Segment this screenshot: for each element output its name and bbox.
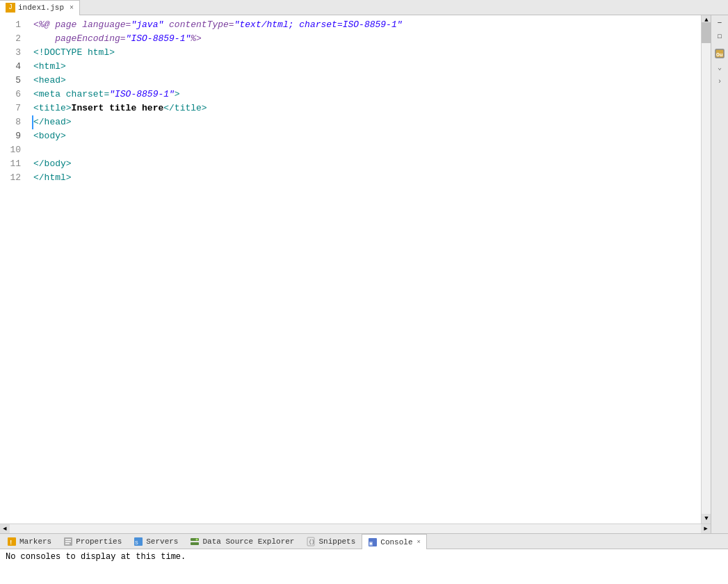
tab-bar: J index1.jsp × bbox=[0, 0, 728, 15]
bottom-tab-bar: !MarkersPropertiesSServersData Source Ex… bbox=[0, 534, 728, 549]
svg-point-12 bbox=[196, 538, 198, 540]
bottom-tab-snippets[interactable]: {}Snippets bbox=[300, 534, 362, 549]
line-number: 8 bbox=[0, 115, 25, 129]
svg-rect-11 bbox=[191, 542, 199, 545]
tab-icon-markers: ! bbox=[7, 537, 17, 546]
bottom-tab-properties[interactable]: Properties bbox=[58, 534, 128, 549]
sidebar-minimize-icon[interactable]: — bbox=[713, 17, 726, 29]
line-number: 3 bbox=[0, 46, 25, 60]
line-number: 1 bbox=[0, 18, 25, 32]
code-line: </html> bbox=[33, 171, 698, 185]
code-line: </body> bbox=[33, 157, 698, 171]
scroll-right-arrow[interactable]: ► bbox=[701, 524, 711, 534]
line-number: 11 bbox=[0, 157, 25, 171]
code-line: <title>Insert title here</title> bbox=[33, 102, 698, 115]
editor-area: 123456789101112 <%@ page language="java"… bbox=[0, 15, 711, 533]
code-line: pageEncoding="ISO-8859-1"%> bbox=[33, 32, 698, 46]
line-number: 10 bbox=[0, 143, 25, 157]
bottom-tab-console[interactable]: ▣Console× bbox=[362, 534, 427, 549]
tab-icon-data-source-explorer bbox=[190, 537, 200, 546]
vertical-scrollbar[interactable]: ▲ ▼ bbox=[701, 15, 711, 524]
bottom-tab-label: Data Source Explorer bbox=[202, 537, 294, 546]
scroll-thumb[interactable] bbox=[702, 22, 711, 43]
code-line: <html> bbox=[33, 60, 698, 74]
editor-tab[interactable]: J index1.jsp × bbox=[0, 0, 80, 15]
line-numbers: 123456789101112 bbox=[0, 15, 28, 524]
h-scroll-track[interactable] bbox=[10, 524, 701, 533]
tab-close-icon[interactable]: × bbox=[70, 4, 74, 12]
tab-icon-servers: S bbox=[134, 537, 143, 546]
code-area[interactable]: <%@ page language="java" contentType="te… bbox=[28, 15, 701, 524]
main-area: 123456789101112 <%@ page language="java"… bbox=[0, 15, 728, 533]
scroll-down-arrow[interactable]: ▼ bbox=[702, 514, 711, 524]
bottom-tab-label: Markers bbox=[19, 537, 51, 546]
console-message: No consoles to display at this time. bbox=[6, 552, 186, 562]
tab-icon-console: ▣ bbox=[368, 537, 378, 547]
console-content: No consoles to display at this time. bbox=[0, 549, 728, 584]
svg-text:▣: ▣ bbox=[369, 540, 373, 546]
bottom-tab-servers[interactable]: SServers bbox=[128, 534, 184, 549]
tab-label: index1.jsp bbox=[18, 3, 64, 12]
bottom-panel: !MarkersPropertiesSServersData Source Ex… bbox=[0, 533, 728, 584]
code-line: <!DOCTYPE html> bbox=[33, 46, 698, 60]
bottom-tab-label: Console bbox=[380, 538, 412, 546]
sidebar-restore-icon[interactable]: □ bbox=[713, 31, 726, 43]
tab-close-button[interactable]: × bbox=[417, 539, 421, 546]
line-number: 7 bbox=[0, 102, 25, 115]
code-line: <%@ page language="java" contentType="te… bbox=[33, 18, 698, 32]
line-number: 6 bbox=[0, 88, 25, 102]
line-number: 2 bbox=[0, 32, 25, 46]
code-line: </head> bbox=[32, 115, 698, 129]
svg-text:{}: {} bbox=[309, 539, 314, 544]
horizontal-scrollbar[interactable]: ◄ ► bbox=[0, 524, 711, 533]
sidebar-expand-right[interactable]: › bbox=[713, 75, 726, 88]
code-line: <body> bbox=[33, 129, 698, 143]
bottom-tab-label: Properties bbox=[76, 537, 122, 546]
bottom-tab-markers[interactable]: !Markers bbox=[1, 534, 58, 549]
sidebar-chevron-down[interactable]: ⌄ bbox=[713, 61, 726, 74]
code-line: <meta charset="ISO-8859-1"> bbox=[33, 88, 698, 102]
line-number: 9 bbox=[0, 129, 25, 143]
bottom-tab-label: Snippets bbox=[318, 537, 355, 546]
right-sidebar: — □ Ou ⌄ › bbox=[711, 15, 728, 533]
svg-text:!: ! bbox=[9, 540, 13, 546]
tab-icon-properties bbox=[63, 537, 73, 546]
line-number: 12 bbox=[0, 171, 25, 185]
tab-file-icon: J bbox=[6, 3, 15, 13]
code-line bbox=[33, 143, 698, 157]
svg-text:S: S bbox=[135, 540, 138, 546]
scroll-left-arrow[interactable]: ◄ bbox=[0, 524, 10, 534]
bottom-tab-label: Servers bbox=[146, 537, 178, 546]
editor-content: 123456789101112 <%@ page language="java"… bbox=[0, 15, 711, 524]
bottom-tab-data-source-explorer[interactable]: Data Source Explorer bbox=[184, 534, 300, 549]
svg-text:Ou: Ou bbox=[716, 51, 723, 58]
sidebar-outline-icon[interactable]: Ou bbox=[713, 47, 726, 60]
code-line: <head> bbox=[33, 74, 698, 88]
tab-icon-snippets: {} bbox=[306, 537, 316, 546]
line-number: 4 bbox=[0, 60, 25, 74]
line-number: 5 bbox=[0, 74, 25, 88]
